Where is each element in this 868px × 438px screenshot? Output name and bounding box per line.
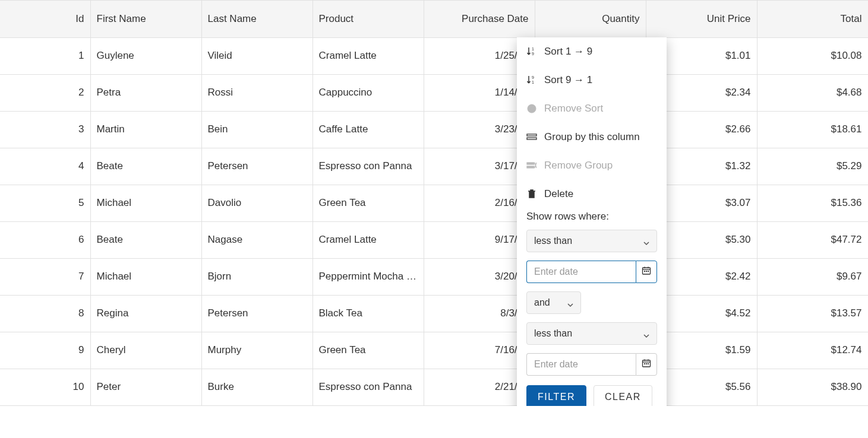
col-header-quantity[interactable]: Quantity: [535, 1, 646, 37]
table-row[interactable]: 6BeateNagaseCramel Latte9/17/20$5.30$47.…: [0, 221, 868, 258]
filter-operator-1-value: less than: [534, 236, 572, 246]
table-row[interactable]: 1GuyleneVileidCramel Latte1/25/20$1.01$1…: [0, 37, 868, 74]
column-menu: 19 Sort 1 → 9 91 Sort 9 → 1 Remove Sort …: [517, 37, 667, 406]
filter-operator-1[interactable]: less than: [526, 230, 657, 252]
cell-first-name: Cheryl: [90, 332, 201, 369]
cell-total: $15.36: [757, 185, 868, 221]
filter-date-2-placeholder: Enter date: [534, 359, 578, 370]
filter-operator-2[interactable]: less than: [526, 322, 657, 345]
trash-icon: [526, 189, 537, 199]
col-header-product[interactable]: Product: [313, 1, 424, 37]
col-header-id[interactable]: Id: [0, 1, 90, 37]
svg-rect-20: [644, 363, 645, 364]
cell-total: $9.67: [757, 258, 868, 295]
table-header-row: Id First Name Last Name Product Purchase…: [0, 1, 868, 37]
menu-delete-label: Delete: [544, 188, 573, 200]
cell-id: 7: [0, 258, 90, 295]
cell-product: Cappuccino: [313, 74, 424, 111]
svg-rect-21: [646, 363, 647, 364]
filter-date-2-input[interactable]: Enter date: [526, 353, 636, 376]
cell-total: $10.08: [757, 37, 868, 74]
sort-desc-icon: 91: [526, 75, 537, 85]
svg-rect-8: [527, 166, 534, 168]
cell-first-name: Michael: [90, 258, 201, 295]
cell-first-name: Beate: [90, 148, 201, 185]
cell-id: 1: [0, 37, 90, 74]
table-row[interactable]: 9CherylMurphyGreen Tea7/16/20$1.59$12.74: [0, 332, 868, 369]
filter-operator-2-value: less than: [534, 328, 572, 339]
cell-first-name: Michael: [90, 185, 201, 221]
svg-rect-22: [648, 363, 649, 364]
cell-first-name: Peter: [90, 369, 201, 405]
cell-id: 8: [0, 295, 90, 332]
cell-total: $18.61: [757, 111, 868, 148]
svg-text:1: 1: [532, 47, 534, 51]
table-row[interactable]: 4BeatePetersenEspresso con Panna3/17/20$…: [0, 148, 868, 185]
menu-remove-sort: Remove Sort: [517, 94, 667, 123]
menu-remove-group-label: Remove Group: [544, 160, 613, 172]
chevron-down-icon: [643, 331, 649, 337]
cell-total: $5.29: [757, 148, 868, 185]
menu-delete[interactable]: Delete: [517, 180, 667, 208]
table-row[interactable]: 3MartinBeinCaffe Latte3/23/20$2.66$18.61: [0, 111, 868, 148]
cell-first-name: Petra: [90, 74, 201, 111]
remove-group-icon: [526, 160, 537, 171]
cell-product: Espresso con Panna: [313, 148, 424, 185]
table-row[interactable]: 8ReginaPetersenBlack Tea8/3/20$4.52$13.5…: [0, 295, 868, 332]
col-header-unit-price[interactable]: Unit Price: [646, 1, 757, 37]
svg-rect-14: [646, 271, 647, 272]
table: Id First Name Last Name Product Purchase…: [0, 1, 868, 406]
menu-sort-desc-label: Sort 9 → 1: [544, 74, 592, 86]
cell-product: Green Tea: [313, 185, 424, 221]
cell-total: $38.90: [757, 369, 868, 405]
chevron-down-icon: [643, 238, 649, 244]
cell-product: Cramel Latte: [313, 221, 424, 258]
table-row[interactable]: 10PeterBurkeEspresso con Panna2/21/20$5.…: [0, 369, 868, 405]
chevron-down-icon: [567, 300, 573, 306]
svg-text:1: 1: [532, 80, 534, 84]
col-header-last-name[interactable]: Last Name: [201, 1, 313, 37]
menu-sort-asc[interactable]: 19 Sort 1 → 9: [517, 37, 667, 66]
cell-last-name: Bjorn: [201, 258, 313, 295]
cell-last-name: Davolio: [201, 185, 313, 221]
cell-product: Caffe Latte: [313, 111, 424, 148]
cell-first-name: Regina: [90, 295, 201, 332]
cell-product: Black Tea: [313, 295, 424, 332]
col-header-first-name[interactable]: First Name: [90, 1, 201, 37]
cell-product: Peppermint Mocha …: [313, 258, 424, 295]
cell-id: 2: [0, 74, 90, 111]
cell-last-name: Murphy: [201, 332, 313, 369]
filter-section: Show rows where: less than Enter date an…: [517, 208, 667, 376]
table-row[interactable]: 7MichaelBjornPeppermint Mocha …3/20/20$2…: [0, 258, 868, 295]
filter-logic-value: and: [534, 297, 550, 308]
calendar-icon: [642, 358, 651, 370]
table-row[interactable]: 2PetraRossiCappuccino1/14/20$2.34$4.68: [0, 74, 868, 111]
svg-text:9: 9: [532, 52, 534, 56]
menu-remove-sort-label: Remove Sort: [544, 103, 603, 115]
cell-id: 3: [0, 111, 90, 148]
menu-group-by[interactable]: Group by this column: [517, 123, 667, 151]
cell-id: 10: [0, 369, 90, 405]
svg-rect-15: [648, 271, 649, 272]
cell-last-name: Nagase: [201, 221, 313, 258]
filter-date-2-picker[interactable]: [636, 353, 657, 376]
data-grid: Id First Name Last Name Product Purchase…: [0, 0, 868, 406]
cell-last-name: Petersen: [201, 295, 313, 332]
cell-total: $12.74: [757, 332, 868, 369]
table-row[interactable]: 5MichaelDavolioGreen Tea2/16/20$3.07$15.…: [0, 185, 868, 221]
filter-apply-button[interactable]: FILTER: [526, 385, 586, 406]
filter-date-1-input[interactable]: Enter date: [526, 261, 636, 283]
filter-date-1-picker[interactable]: [636, 261, 657, 283]
menu-sort-desc[interactable]: 91 Sort 9 → 1: [517, 66, 667, 94]
cell-first-name: Guylene: [90, 37, 201, 74]
cell-first-name: Martin: [90, 111, 201, 148]
cell-total: $4.68: [757, 74, 868, 111]
svg-text:9: 9: [532, 75, 534, 80]
col-header-purchase-date[interactable]: Purchase Date: [424, 1, 535, 37]
svg-rect-6: [527, 138, 536, 139]
filter-clear-button[interactable]: CLEAR: [594, 385, 652, 406]
col-header-total[interactable]: Total: [757, 1, 868, 37]
cell-last-name: Bein: [201, 111, 313, 148]
filter-logic[interactable]: and: [526, 291, 581, 314]
filter-date-1-placeholder: Enter date: [534, 266, 578, 277]
